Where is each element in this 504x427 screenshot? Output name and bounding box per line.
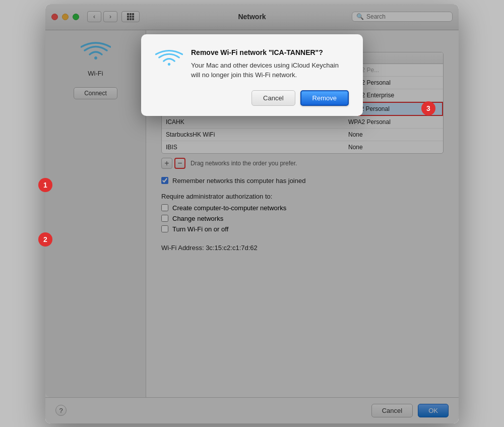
dialog-message: Your Mac and other devices using iCloud … bbox=[191, 60, 349, 80]
main-window: ‹ › Network 🔍 bbox=[45, 4, 459, 423]
dialog-cancel-button[interactable]: Cancel bbox=[251, 90, 295, 106]
dialog-remove-button[interactable]: Remove bbox=[300, 90, 349, 106]
badge-step-2: 2 bbox=[38, 232, 52, 247]
remove-network-dialog: Remove Wi-Fi network "ICA-TANNER"? Your … bbox=[141, 34, 363, 116]
dialog-text: Remove Wi-Fi network "ICA-TANNER"? Your … bbox=[191, 48, 349, 80]
dialog-title: Remove Wi-Fi network "ICA-TANNER"? bbox=[191, 48, 349, 56]
dialog-overlay: Remove Wi-Fi network "ICA-TANNER"? Your … bbox=[45, 4, 459, 423]
badge-step-1: 1 bbox=[38, 178, 52, 192]
dialog-buttons: Cancel Remove bbox=[155, 90, 349, 106]
badge-step-3: 3 bbox=[421, 101, 435, 115]
dialog-wifi-icon bbox=[155, 48, 183, 80]
dialog-content: Remove Wi-Fi network "ICA-TANNER"? Your … bbox=[155, 48, 349, 80]
